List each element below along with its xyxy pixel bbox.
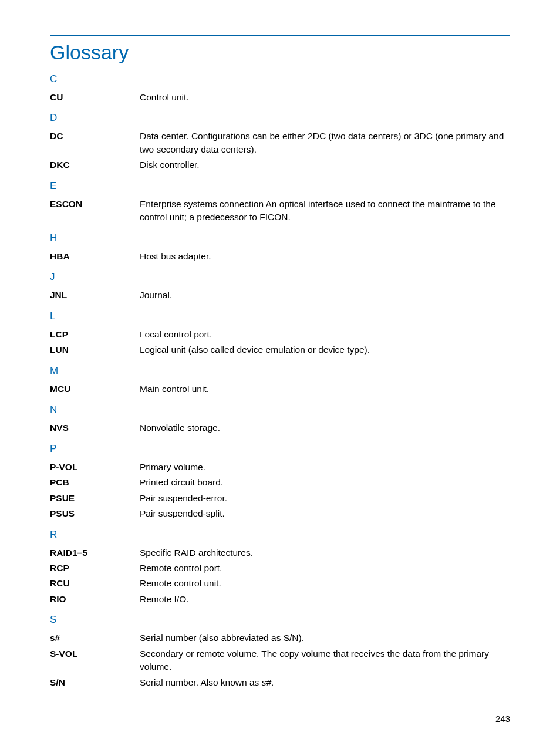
glossary-body: CCUControl unit.DDCData center. Configur… bbox=[50, 73, 510, 689]
glossary-entry: RCPRemote control port. bbox=[50, 562, 510, 575]
glossary-entry: PCBPrinted circuit board. bbox=[50, 476, 510, 489]
section-letter: L bbox=[50, 310, 510, 322]
glossary-term: JNL bbox=[50, 289, 140, 302]
section-letter: N bbox=[50, 404, 510, 416]
glossary-definition: Remote control port. bbox=[140, 562, 510, 575]
glossary-definition: Local control port. bbox=[140, 328, 510, 341]
glossary-definition: Nonvolatile storage. bbox=[140, 421, 510, 434]
glossary-definition: Main control unit. bbox=[140, 383, 510, 396]
glossary-entry: CUControl unit. bbox=[50, 91, 510, 104]
glossary-entry: RIORemote I/O. bbox=[50, 593, 510, 606]
glossary-term: NVS bbox=[50, 421, 140, 434]
section-letter: P bbox=[50, 443, 510, 455]
definition-text: Serial number. Also known as bbox=[140, 677, 262, 687]
glossary-definition: Host bus adapter. bbox=[140, 250, 510, 263]
glossary-term: HBA bbox=[50, 250, 140, 263]
glossary-entry: ESCONEnterprise systems connection An op… bbox=[50, 198, 510, 224]
glossary-entry: LCPLocal control port. bbox=[50, 328, 510, 341]
glossary-entry: PSUEPair suspended-error. bbox=[50, 492, 510, 505]
glossary-definition: Printed circuit board. bbox=[140, 476, 510, 489]
glossary-term: PSUS bbox=[50, 507, 140, 520]
glossary-term: CU bbox=[50, 91, 140, 104]
section-letter: H bbox=[50, 232, 510, 244]
glossary-term: P-VOL bbox=[50, 461, 140, 474]
glossary-definition: Remote I/O. bbox=[140, 593, 510, 606]
section-letter: J bbox=[50, 271, 510, 283]
glossary-entry: RCURemote control unit. bbox=[50, 577, 510, 590]
glossary-definition: Specific RAID architectures. bbox=[140, 546, 510, 559]
top-rule bbox=[50, 35, 510, 36]
glossary-entry: RAID1–5Specific RAID architectures. bbox=[50, 546, 510, 559]
glossary-term: S/N bbox=[50, 676, 140, 689]
section-letter: E bbox=[50, 180, 510, 192]
glossary-definition: Journal. bbox=[140, 289, 510, 302]
glossary-entry: DCData center. Configurations can be eit… bbox=[50, 130, 510, 156]
glossary-term: LCP bbox=[50, 328, 140, 341]
glossary-entry: S-VOLSecondary or remote volume. The cop… bbox=[50, 647, 510, 674]
section-letter: D bbox=[50, 112, 510, 124]
glossary-term: PCB bbox=[50, 476, 140, 489]
glossary-entry: DKCDisk controller. bbox=[50, 158, 510, 171]
glossary-definition: Pair suspended-split. bbox=[140, 507, 510, 520]
definition-after: . bbox=[271, 677, 274, 687]
glossary-definition: Primary volume. bbox=[140, 461, 510, 474]
glossary-term: RCP bbox=[50, 562, 140, 575]
glossary-definition: Remote control unit. bbox=[140, 577, 510, 590]
glossary-term: DC bbox=[50, 130, 140, 143]
glossary-term: PSUE bbox=[50, 492, 140, 505]
glossary-term: RIO bbox=[50, 593, 140, 606]
definition-italic: s# bbox=[262, 677, 271, 687]
glossary-term: s# bbox=[50, 632, 140, 644]
section-letter: M bbox=[50, 365, 510, 377]
glossary-term: DKC bbox=[50, 158, 140, 171]
glossary-definition: Disk controller. bbox=[140, 158, 510, 171]
glossary-term: ESCON bbox=[50, 198, 140, 211]
glossary-definition: Enterprise systems connection An optical… bbox=[140, 198, 510, 224]
glossary-term: RCU bbox=[50, 577, 140, 590]
glossary-entry: JNLJournal. bbox=[50, 289, 510, 302]
glossary-definition: Control unit. bbox=[140, 91, 510, 104]
glossary-entry: P-VOLPrimary volume. bbox=[50, 461, 510, 474]
glossary-term: S-VOL bbox=[50, 647, 140, 660]
glossary-entry: PSUSPair suspended-split. bbox=[50, 507, 510, 520]
glossary-term: MCU bbox=[50, 383, 140, 396]
section-letter: S bbox=[50, 614, 510, 626]
glossary-entry: s#Serial number (also abbreviated as S/N… bbox=[50, 632, 510, 644]
glossary-entry: HBAHost bus adapter. bbox=[50, 250, 510, 263]
glossary-entry: NVSNonvolatile storage. bbox=[50, 421, 510, 434]
glossary-page: Glossary CCUControl unit.DDCData center.… bbox=[0, 0, 560, 715]
glossary-entry: S/NSerial number. Also known as s#. bbox=[50, 676, 510, 689]
glossary-definition: Logical unit (also called device emulati… bbox=[140, 343, 510, 356]
glossary-definition: Serial number (also abbreviated as S/N). bbox=[140, 632, 510, 644]
page-number: 243 bbox=[495, 714, 510, 724]
glossary-entry: MCUMain control unit. bbox=[50, 383, 510, 396]
page-title: Glossary bbox=[50, 41, 510, 64]
glossary-definition: Data center. Configurations can be eithe… bbox=[140, 130, 510, 156]
glossary-definition: Pair suspended-error. bbox=[140, 492, 510, 505]
section-letter: C bbox=[50, 73, 510, 85]
glossary-term: RAID1–5 bbox=[50, 546, 140, 559]
section-letter: R bbox=[50, 529, 510, 541]
glossary-definition: Secondary or remote volume. The copy vol… bbox=[140, 647, 510, 674]
glossary-definition: Serial number. Also known as s#. bbox=[140, 676, 510, 689]
glossary-entry: LUNLogical unit (also called device emul… bbox=[50, 343, 510, 356]
glossary-term: LUN bbox=[50, 343, 140, 356]
